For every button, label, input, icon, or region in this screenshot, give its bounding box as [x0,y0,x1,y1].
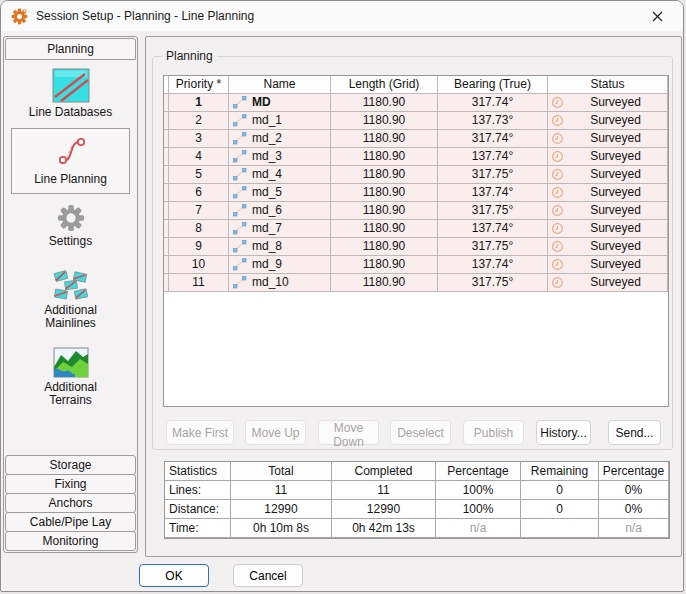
sidebar-section-anchors[interactable]: Anchors [5,493,136,513]
surveyed-clock-icon [551,258,564,271]
cell-length: 1180.90 [331,112,438,130]
cell-length: 1180.90 [331,130,438,148]
cell-name: md_7 [229,220,331,238]
column-header-bearing[interactable]: Bearing (True) [438,76,548,94]
line-segment-icon [232,149,247,164]
sidebar-header-planning[interactable]: Planning [5,38,136,60]
line-planning-icon [53,134,89,170]
table-row[interactable]: 4 md_3 1180.90 137.74° Surveyed [164,148,668,166]
sidebar-section-fixing[interactable]: Fixing [5,474,136,494]
cell-name: md_1 [229,112,331,130]
sidebar-section-storage[interactable]: Storage [5,455,136,475]
surveyed-clock-icon [551,240,564,253]
cell-bearing: 137.74° [438,256,548,274]
table-row[interactable]: 10 md_9 1180.90 137.74° Surveyed [164,256,668,274]
ok-button[interactable]: OK [139,564,209,587]
column-header-status[interactable]: Status [548,76,668,94]
cell-priority: 1 [169,94,229,112]
stats-value: 11 [231,481,332,500]
settings-gear-icon [57,204,85,232]
table-row[interactable]: 6 md_5 1180.90 137.74° Surveyed [164,184,668,202]
cell-bearing: 317.75° [438,202,548,220]
deselect-button[interactable]: Deselect [390,420,451,445]
table-row[interactable]: 8 md_7 1180.90 137.74° Surveyed [164,220,668,238]
cell-priority: 7 [169,202,229,220]
table-row[interactable]: 7 md_6 1180.90 317.75° Surveyed [164,202,668,220]
sidebar-item-additional-mainlines[interactable]: Additional Mainlines [4,269,137,330]
cell-length: 1180.90 [331,166,438,184]
stats-value: n/a [436,519,521,538]
cell-priority: 3 [169,130,229,148]
cell-priority: 10 [169,256,229,274]
publish-button[interactable]: Publish [463,420,524,445]
statistics-row: Time: 0h 10m 8s 0h 42m 13s n/a n/a [165,519,669,538]
stats-value: 12990 [231,500,332,519]
stats-row-label: Distance: [165,500,231,519]
planning-table-body: 1 MD 1180.90 317.74° Surveyed 2 [164,94,668,292]
stats-row-label: Time: [165,519,231,538]
stats-value [521,519,599,538]
cell-status: Surveyed [548,112,668,130]
cell-bearing: 137.74° [438,220,548,238]
cancel-button[interactable]: Cancel [233,564,303,587]
column-header-name[interactable]: Name [229,76,331,94]
make-first-button[interactable]: Make First [166,420,234,445]
cell-status: Surveyed [548,184,668,202]
stats-value: 0h 10m 8s [231,519,332,538]
surveyed-clock-icon [551,222,564,235]
stats-col-completed: Completed [332,462,436,481]
cell-status: Surveyed [548,148,668,166]
surveyed-clock-icon [551,150,564,163]
sidebar-item-additional-terrains[interactable]: Additional Terrains [4,347,137,407]
move-up-button[interactable]: Move Up [245,420,306,445]
statistics-body: Lines: 11 11 100% 0 0% Distance: 12990 1… [165,481,669,538]
cell-status: Surveyed [548,94,668,112]
surveyed-clock-icon [551,96,564,109]
sidebar-item-settings[interactable]: Settings [4,204,137,248]
stats-row-label: Lines: [165,481,231,500]
sidebar-item-label: Additional Terrains [36,381,106,407]
cell-bearing: 317.74° [438,94,548,112]
table-row[interactable]: 5 md_4 1180.90 317.75° Surveyed [164,166,668,184]
stats-value: 100% [436,500,521,519]
surveyed-clock-icon [551,276,564,289]
table-row[interactable]: 2 md_1 1180.90 137.73° Surveyed [164,112,668,130]
cell-length: 1180.90 [331,184,438,202]
send-button[interactable]: Send... [608,420,661,445]
history-button[interactable]: History... [536,420,591,445]
cell-status: Surveyed [548,202,668,220]
statistics-row: Lines: 11 11 100% 0 0% [165,481,669,500]
cell-status: Surveyed [548,238,668,256]
table-row[interactable]: 9 md_8 1180.90 317.75° Surveyed [164,238,668,256]
window-title: Session Setup - Planning - Line Planning [36,9,254,23]
table-row[interactable]: 11 md_10 1180.90 317.75° Surveyed [164,274,668,292]
session-gear-icon [11,8,28,25]
line-segment-icon [232,131,247,146]
sidebar-item-line-planning[interactable]: Line Planning [11,128,130,194]
sidebar-item-label: Settings [49,235,92,248]
close-button[interactable] [637,3,677,29]
line-segment-icon [232,221,247,236]
statistics-row: Distance: 12990 12990 100% 0 0% [165,500,669,519]
column-header-length[interactable]: Length (Grid) [331,76,438,94]
stats-value: n/a [599,519,669,538]
cell-status: Surveyed [548,166,668,184]
cell-bearing: 137.73° [438,112,548,130]
sidebar-section-monitoring[interactable]: Monitoring [5,531,136,551]
sidebar-item-label: Line Databases [29,106,112,119]
cell-bearing: 317.75° [438,238,548,256]
sidebar-item-line-databases[interactable]: Line Databases [4,68,137,119]
table-row[interactable]: 1 MD 1180.90 317.74° Surveyed [164,94,668,112]
move-down-button[interactable]: Move Down [318,420,379,445]
cell-length: 1180.90 [331,220,438,238]
cell-priority: 6 [169,184,229,202]
column-header-priority[interactable]: Priority * [169,76,229,94]
cell-name: md_3 [229,148,331,166]
sidebar: Planning Line Databases Line Planning [3,36,138,553]
statistics-table: Statistics Total Completed Percentage Re… [164,461,670,539]
cell-name: md_9 [229,256,331,274]
additional-mainlines-icon [52,269,90,301]
table-row[interactable]: 3 md_2 1180.90 317.74° Surveyed [164,130,668,148]
sidebar-section-cable-pipe-lay[interactable]: Cable/Pipe Lay [5,512,136,532]
cell-length: 1180.90 [331,238,438,256]
